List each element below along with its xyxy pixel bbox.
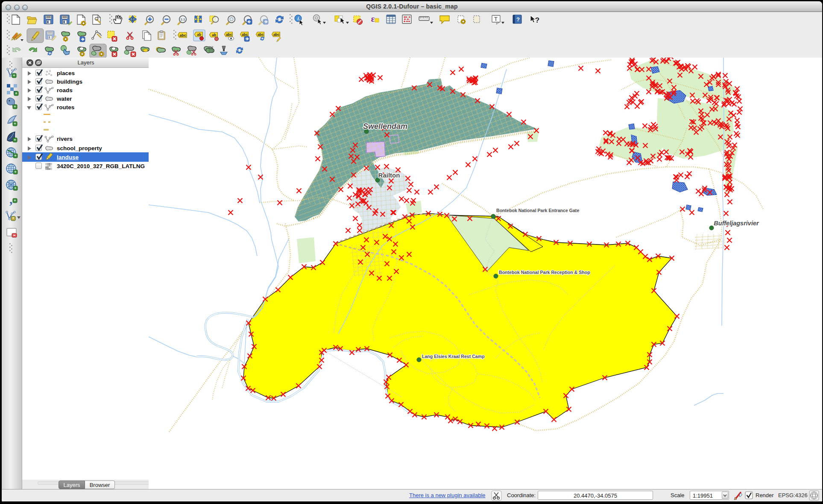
svg-text:ab: ab (197, 33, 201, 37)
svg-text:+: + (14, 105, 16, 109)
svg-text:+: + (14, 186, 16, 190)
svg-text:Bontebok National Park Recepti: Bontebok National Park Reception & Shop (499, 270, 590, 275)
svg-text:1:1: 1:1 (181, 17, 185, 21)
svg-text:abc: abc (226, 33, 232, 37)
svg-text:Swellendam: Swellendam (363, 122, 407, 131)
svg-text:+: + (14, 198, 16, 203)
svg-text:+: + (13, 73, 15, 78)
svg-text:+: + (14, 138, 16, 142)
svg-text:abc: abc (273, 33, 280, 37)
svg-text:?: ? (535, 16, 539, 24)
svg-text:,: , (9, 192, 13, 206)
svg-text:+: + (14, 154, 16, 158)
svg-text:+: + (15, 91, 17, 96)
svg-text:ab: ab (212, 33, 216, 37)
svg-text:*: * (12, 216, 14, 221)
svg-text:ε: ε (371, 14, 375, 23)
svg-text:abc: abc (258, 33, 264, 37)
svg-text:+: + (14, 170, 16, 174)
svg-text:Railton: Railton (378, 172, 400, 179)
svg-text:+: + (14, 122, 16, 126)
svg-text:abc: abc (242, 33, 248, 37)
svg-text:?: ? (516, 16, 520, 23)
svg-text:abc: abc (179, 33, 186, 38)
svg-text:Lang Elsies Kraal Rest Camp: Lang Elsies Kraal Rest Camp (422, 354, 485, 359)
svg-text:Bontebok National Park Entranc: Bontebok National Park Entrance Gate (496, 208, 579, 213)
svg-text:Buffeljagsrivier: Buffeljagsrivier (714, 220, 759, 227)
svg-text:T: T (494, 16, 498, 22)
